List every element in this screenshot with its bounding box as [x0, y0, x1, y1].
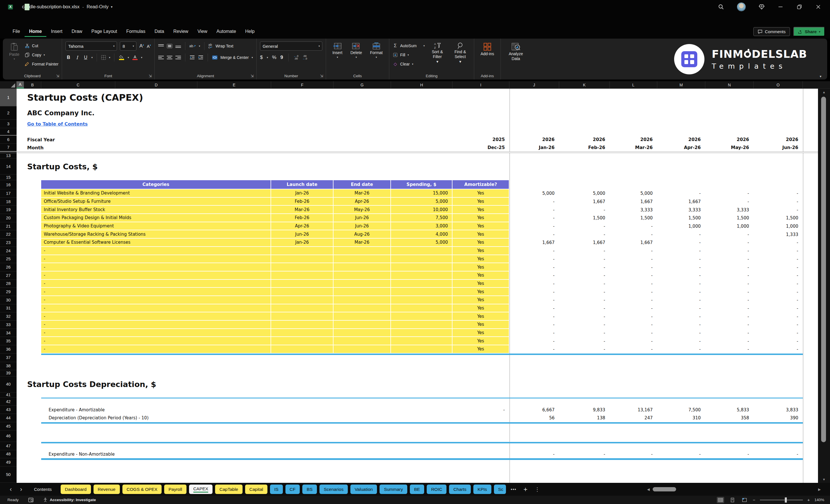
menu-tab-automate[interactable]: Automate: [212, 27, 241, 37]
orientation-icon[interactable]: ab↗: [189, 44, 196, 48]
end-date-cell[interactable]: [333, 247, 391, 255]
sheet-tab-roic[interactable]: ROIC: [427, 484, 446, 494]
total-monthly-value[interactable]: 3,833: [754, 355, 803, 362]
spending-cell[interactable]: [391, 263, 452, 272]
category-cell[interactable]: Initial Inventory Buffer Stock: [41, 206, 271, 214]
row-header-45[interactable]: 45: [0, 422, 17, 431]
percent-format-icon[interactable]: %: [272, 55, 276, 60]
spending-cell[interactable]: [391, 280, 452, 288]
depreciation-value[interactable]: -: [657, 460, 705, 467]
copy-button[interactable]: Copy ▾: [25, 51, 59, 59]
depreciation-value[interactable]: -: [754, 443, 803, 450]
monthly-value-cell[interactable]: -: [610, 329, 657, 337]
amortizable-cell[interactable]: Yes: [452, 247, 509, 255]
launch-date-cell[interactable]: Feb-26: [271, 198, 333, 206]
increase-font-icon[interactable]: A▴: [139, 43, 144, 49]
sheet-options-button[interactable]: ⋮: [532, 486, 542, 493]
depreciation-value[interactable]: 138: [559, 414, 610, 422]
monthly-value-cell[interactable]: -: [657, 329, 705, 337]
monthly-value-cell[interactable]: 3,333: [657, 206, 705, 214]
zoom-out-button[interactable]: −: [753, 497, 755, 502]
font-color-button[interactable]: A: [132, 55, 138, 60]
end-date-cell[interactable]: [333, 280, 391, 288]
row-header-43[interactable]: 43: [0, 406, 17, 414]
monthly-value-cell[interactable]: -: [705, 312, 754, 321]
category-cell[interactable]: Custom Packaging Design & Initial Molds: [41, 214, 271, 222]
select-all-corner[interactable]: [0, 81, 17, 88]
depreciation-value[interactable]: -: [610, 450, 657, 459]
column-header-O[interactable]: O: [754, 81, 803, 88]
scroll-right-arrow[interactable]: ▶: [816, 487, 823, 492]
row-header-48[interactable]: 48: [0, 450, 17, 459]
category-cell[interactable]: -: [41, 288, 271, 296]
sheet-tab-is[interactable]: IS: [270, 484, 283, 494]
launch-date-cell[interactable]: Apr-26: [271, 222, 333, 230]
row-header-15[interactable]: 15: [0, 175, 17, 180]
category-cell[interactable]: -: [41, 312, 271, 321]
row-header-14[interactable]: 14: [0, 158, 17, 175]
depreciation-value[interactable]: 6,611: [559, 400, 610, 406]
category-cell[interactable]: -: [41, 337, 271, 345]
monthly-value-cell[interactable]: -: [509, 296, 559, 304]
monthly-value-cell[interactable]: -: [610, 345, 657, 353]
decrease-indent-icon[interactable]: [189, 55, 195, 60]
depreciation-row-label[interactable]: Expenditure - Amortizable: [41, 406, 391, 414]
spending-cell[interactable]: 15,000: [391, 189, 452, 198]
column-header-K[interactable]: K: [559, 81, 610, 88]
spending-cell[interactable]: 7,500: [391, 214, 452, 222]
monthly-value-cell[interactable]: -: [657, 337, 705, 345]
sheet-tab-contents[interactable]: Contents: [28, 484, 58, 494]
menu-tab-formulas[interactable]: Formulas: [122, 27, 150, 37]
table-header-amortizable[interactable]: Amortizable?: [452, 180, 509, 189]
month-value[interactable]: May-26: [705, 144, 754, 152]
monthly-value-cell[interactable]: -: [610, 263, 657, 272]
depreciation-value[interactable]: -: [610, 443, 657, 450]
monthly-value-cell[interactable]: -: [754, 255, 803, 263]
spending-cell[interactable]: [391, 247, 452, 255]
total-monthly-value[interactable]: 9,833: [559, 355, 610, 362]
launch-date-cell[interactable]: Jun-26: [271, 230, 333, 239]
category-cell[interactable]: Photography & Video Equipment: [41, 222, 271, 230]
monthly-value-cell[interactable]: -: [559, 296, 610, 304]
row-header-20[interactable]: 20: [0, 214, 17, 222]
delete-cells-button[interactable]: Delete▾: [348, 41, 365, 60]
currency-format-icon[interactable]: $: [260, 55, 262, 60]
depreciation-row-label[interactable]: Closing Net Book Value: [41, 423, 391, 431]
end-date-cell[interactable]: May-26: [333, 206, 391, 214]
bold-button[interactable]: B: [65, 55, 71, 60]
borders-icon[interactable]: [101, 55, 106, 60]
category-cell[interactable]: -: [41, 263, 271, 272]
align-top-icon[interactable]: [158, 44, 164, 48]
launch-date-cell[interactable]: [271, 272, 333, 280]
fiscal-year-value[interactable]: 2026: [705, 135, 754, 144]
increase-decimal-icon[interactable]: ←.0.00: [294, 55, 298, 60]
row-header-49[interactable]: 49: [0, 458, 17, 467]
premium-diamond-icon[interactable]: [759, 4, 765, 10]
depreciation-value[interactable]: 310: [657, 414, 705, 422]
section-title-startup-costs[interactable]: Startup Costs, $: [24, 158, 509, 175]
row-header-18[interactable]: 18: [0, 198, 17, 206]
end-date-cell[interactable]: [333, 288, 391, 296]
monthly-value-cell[interactable]: -: [509, 345, 559, 353]
row-header-1[interactable]: 1: [0, 89, 17, 106]
depreciation-col-i[interactable]: -: [452, 406, 509, 414]
category-cell[interactable]: -: [41, 247, 271, 255]
monthly-value-cell[interactable]: 1,500: [559, 214, 610, 222]
monthly-value-cell[interactable]: -: [657, 321, 705, 329]
fill-button[interactable]: Fill▾: [393, 51, 425, 59]
monthly-value-cell[interactable]: -: [657, 230, 705, 239]
row-header-40[interactable]: 40: [0, 376, 17, 392]
depreciation-value[interactable]: 56: [509, 414, 559, 422]
category-cell[interactable]: Computer & Essential Software Licenses: [41, 239, 271, 247]
monthly-value-cell[interactable]: 3,333: [610, 206, 657, 214]
depreciation-value[interactable]: 13,167: [610, 406, 657, 414]
launch-date-cell[interactable]: [271, 345, 333, 353]
normal-view-icon[interactable]: [717, 497, 724, 503]
monthly-value-cell[interactable]: -: [705, 280, 754, 288]
merge-center-chevron[interactable]: ▾: [252, 56, 253, 59]
row-header-26[interactable]: 26: [0, 263, 17, 272]
row-header-33[interactable]: 33: [0, 321, 17, 329]
more-sheets-button[interactable]: •••: [509, 487, 519, 492]
column-header-C[interactable]: C: [41, 81, 115, 88]
monthly-value-cell[interactable]: -: [610, 222, 657, 230]
